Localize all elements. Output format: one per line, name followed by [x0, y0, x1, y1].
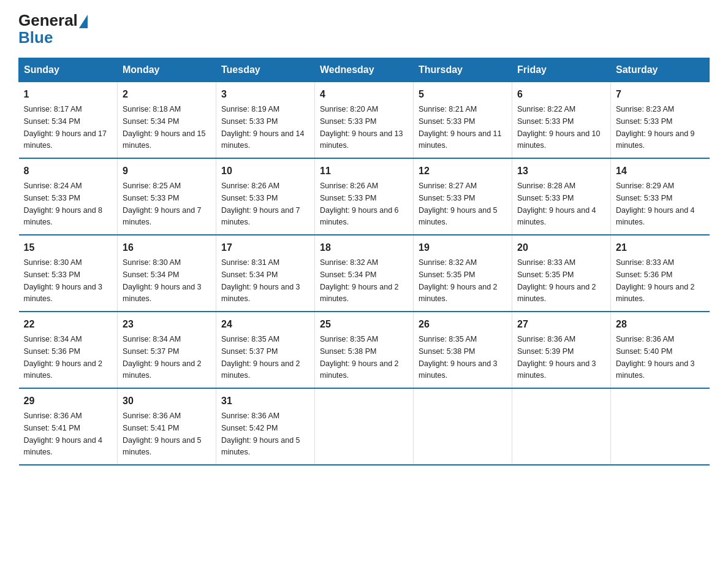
day-number: 9 — [123, 164, 211, 178]
day-number: 16 — [123, 240, 211, 255]
calendar-cell: 28Sunrise: 8:36 AMSunset: 5:40 PMDayligh… — [611, 312, 710, 388]
calendar-cell: 27Sunrise: 8:36 AMSunset: 5:39 PMDayligh… — [512, 312, 611, 388]
calendar-cell: 10Sunrise: 8:26 AMSunset: 5:33 PMDayligh… — [216, 158, 315, 235]
day-info: Sunrise: 8:36 AMSunset: 5:41 PMDaylight:… — [123, 412, 202, 456]
calendar-cell: 12Sunrise: 8:27 AMSunset: 5:33 PMDayligh… — [414, 158, 512, 235]
day-info: Sunrise: 8:34 AMSunset: 5:36 PMDaylight:… — [24, 335, 103, 380]
day-number: 11 — [320, 164, 408, 178]
day-info: Sunrise: 8:20 AMSunset: 5:33 PMDaylight:… — [320, 105, 403, 150]
calendar-cell: 22Sunrise: 8:34 AMSunset: 5:36 PMDayligh… — [19, 312, 118, 388]
day-info: Sunrise: 8:17 AMSunset: 5:34 PMDaylight:… — [24, 105, 107, 150]
day-number: 21 — [616, 240, 705, 255]
calendar-cell: 21Sunrise: 8:33 AMSunset: 5:36 PMDayligh… — [611, 235, 710, 312]
calendar-cell: 15Sunrise: 8:30 AMSunset: 5:33 PMDayligh… — [19, 235, 118, 312]
day-number: 15 — [24, 240, 113, 255]
logo: General Blue — [18, 12, 88, 45]
calendar-cell: 11Sunrise: 8:26 AMSunset: 5:33 PMDayligh… — [315, 158, 414, 235]
calendar-cell — [315, 388, 414, 465]
calendar-week-row: 15Sunrise: 8:30 AMSunset: 5:33 PMDayligh… — [19, 235, 710, 312]
calendar-cell: 17Sunrise: 8:31 AMSunset: 5:34 PMDayligh… — [216, 235, 315, 312]
day-number: 10 — [221, 164, 309, 178]
calendar-cell: 23Sunrise: 8:34 AMSunset: 5:37 PMDayligh… — [118, 312, 216, 388]
col-header-sunday: Sunday — [19, 58, 118, 82]
calendar-cell: 3Sunrise: 8:19 AMSunset: 5:33 PMDaylight… — [216, 82, 315, 159]
col-header-friday: Friday — [512, 58, 611, 82]
calendar-week-row: 8Sunrise: 8:24 AMSunset: 5:33 PMDaylight… — [19, 158, 710, 235]
calendar-cell: 5Sunrise: 8:21 AMSunset: 5:33 PMDaylight… — [414, 82, 512, 159]
day-info: Sunrise: 8:36 AMSunset: 5:42 PMDaylight:… — [221, 412, 300, 456]
day-number: 3 — [221, 87, 309, 102]
day-info: Sunrise: 8:27 AMSunset: 5:33 PMDaylight:… — [419, 182, 498, 226]
col-header-wednesday: Wednesday — [315, 58, 414, 82]
day-number: 27 — [517, 317, 605, 332]
day-number: 2 — [123, 87, 211, 102]
day-info: Sunrise: 8:36 AMSunset: 5:41 PMDaylight:… — [24, 412, 103, 456]
day-number: 29 — [24, 394, 113, 408]
day-number: 5 — [419, 87, 507, 102]
day-info: Sunrise: 8:19 AMSunset: 5:33 PMDaylight:… — [221, 105, 305, 150]
day-number: 4 — [320, 87, 408, 102]
day-number: 30 — [123, 394, 211, 408]
day-info: Sunrise: 8:30 AMSunset: 5:34 PMDaylight:… — [123, 258, 202, 303]
day-info: Sunrise: 8:34 AMSunset: 5:37 PMDaylight:… — [123, 335, 202, 380]
day-info: Sunrise: 8:36 AMSunset: 5:40 PMDaylight:… — [616, 335, 695, 380]
calendar-cell: 1Sunrise: 8:17 AMSunset: 5:34 PMDaylight… — [19, 82, 118, 159]
day-number: 25 — [320, 317, 408, 332]
day-info: Sunrise: 8:35 AMSunset: 5:38 PMDaylight:… — [320, 335, 399, 380]
day-info: Sunrise: 8:32 AMSunset: 5:34 PMDaylight:… — [320, 258, 399, 303]
day-info: Sunrise: 8:28 AMSunset: 5:33 PMDaylight:… — [517, 182, 596, 226]
col-header-tuesday: Tuesday — [216, 58, 315, 82]
day-info: Sunrise: 8:26 AMSunset: 5:33 PMDaylight:… — [320, 182, 399, 226]
day-info: Sunrise: 8:29 AMSunset: 5:33 PMDaylight:… — [616, 182, 695, 226]
col-header-saturday: Saturday — [611, 58, 710, 82]
calendar-cell: 14Sunrise: 8:29 AMSunset: 5:33 PMDayligh… — [611, 158, 710, 235]
day-number: 7 — [616, 87, 705, 102]
day-number: 28 — [616, 317, 705, 332]
day-number: 6 — [517, 87, 605, 102]
calendar-cell: 6Sunrise: 8:22 AMSunset: 5:33 PMDaylight… — [512, 82, 611, 159]
logo-blue-text: Blue — [18, 29, 88, 45]
day-number: 8 — [24, 164, 113, 178]
calendar-cell — [611, 388, 710, 465]
calendar-cell: 8Sunrise: 8:24 AMSunset: 5:33 PMDaylight… — [19, 158, 118, 235]
calendar-table: SundayMondayTuesdayWednesdayThursdayFrid… — [18, 58, 710, 465]
day-info: Sunrise: 8:31 AMSunset: 5:34 PMDaylight:… — [221, 258, 300, 303]
day-number: 24 — [221, 317, 309, 332]
logo-triangle-icon — [79, 15, 88, 28]
day-number: 31 — [221, 394, 309, 408]
calendar-cell — [414, 388, 512, 465]
calendar-cell: 7Sunrise: 8:23 AMSunset: 5:33 PMDaylight… — [611, 82, 710, 159]
day-info: Sunrise: 8:25 AMSunset: 5:33 PMDaylight:… — [123, 182, 202, 226]
calendar-cell: 2Sunrise: 8:18 AMSunset: 5:34 PMDaylight… — [118, 82, 216, 159]
day-number: 12 — [419, 164, 507, 178]
day-info: Sunrise: 8:23 AMSunset: 5:33 PMDaylight:… — [616, 105, 695, 150]
calendar-cell: 13Sunrise: 8:28 AMSunset: 5:33 PMDayligh… — [512, 158, 611, 235]
calendar-cell: 9Sunrise: 8:25 AMSunset: 5:33 PMDaylight… — [118, 158, 216, 235]
calendar-week-row: 29Sunrise: 8:36 AMSunset: 5:41 PMDayligh… — [19, 388, 710, 465]
calendar-cell: 26Sunrise: 8:35 AMSunset: 5:38 PMDayligh… — [414, 312, 512, 388]
calendar-cell: 25Sunrise: 8:35 AMSunset: 5:38 PMDayligh… — [315, 312, 414, 388]
calendar-cell: 18Sunrise: 8:32 AMSunset: 5:34 PMDayligh… — [315, 235, 414, 312]
day-number: 23 — [123, 317, 211, 332]
page-header: General Blue — [18, 12, 710, 45]
day-number: 18 — [320, 240, 408, 255]
col-header-monday: Monday — [118, 58, 216, 82]
day-info: Sunrise: 8:35 AMSunset: 5:38 PMDaylight:… — [419, 335, 498, 380]
day-info: Sunrise: 8:21 AMSunset: 5:33 PMDaylight:… — [419, 105, 502, 150]
col-header-thursday: Thursday — [414, 58, 512, 82]
day-number: 1 — [24, 87, 113, 102]
day-number: 20 — [517, 240, 605, 255]
calendar-cell: 29Sunrise: 8:36 AMSunset: 5:41 PMDayligh… — [19, 388, 118, 465]
day-number: 14 — [616, 164, 705, 178]
calendar-cell — [512, 388, 611, 465]
day-info: Sunrise: 8:33 AMSunset: 5:35 PMDaylight:… — [517, 258, 596, 303]
day-info: Sunrise: 8:18 AMSunset: 5:34 PMDaylight:… — [123, 105, 206, 150]
calendar-cell: 16Sunrise: 8:30 AMSunset: 5:34 PMDayligh… — [118, 235, 216, 312]
calendar-cell: 30Sunrise: 8:36 AMSunset: 5:41 PMDayligh… — [118, 388, 216, 465]
day-number: 22 — [24, 317, 113, 332]
calendar-cell: 20Sunrise: 8:33 AMSunset: 5:35 PMDayligh… — [512, 235, 611, 312]
day-number: 26 — [419, 317, 507, 332]
day-info: Sunrise: 8:24 AMSunset: 5:33 PMDaylight:… — [24, 182, 103, 226]
day-number: 19 — [419, 240, 507, 255]
day-info: Sunrise: 8:35 AMSunset: 5:37 PMDaylight:… — [221, 335, 300, 380]
